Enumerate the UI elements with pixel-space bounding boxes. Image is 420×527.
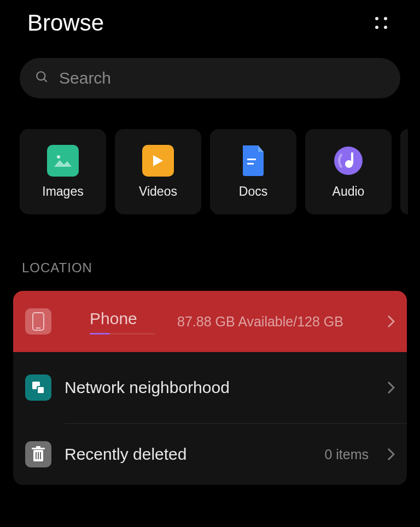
trash-icon [25, 441, 51, 467]
category-videos[interactable]: Videos [115, 129, 201, 214]
location-phone[interactable]: Phone 87.88 GB Available/128 GB [13, 291, 407, 352]
svg-rect-12 [37, 387, 44, 394]
svg-rect-4 [247, 159, 256, 160]
location-detail: 87.88 GB Available/128 GB [177, 314, 343, 330]
category-images[interactable]: Images [20, 129, 106, 214]
more-icon[interactable] [375, 17, 387, 29]
storage-progress [90, 333, 155, 335]
location-recently-deleted[interactable]: Recently deleted 0 items [13, 424, 407, 485]
svg-rect-15 [36, 446, 40, 448]
phone-icon [25, 308, 51, 335]
chevron-right-icon [387, 315, 395, 328]
category-audio[interactable]: Audio [305, 129, 392, 214]
docs-icon [237, 145, 269, 177]
category-row: Images Videos Docs [0, 98, 420, 214]
network-icon [25, 374, 51, 401]
location-network[interactable]: Network neighborhood [13, 352, 407, 423]
page-title: Browse [27, 10, 104, 36]
category-label: Audio [332, 184, 365, 199]
chevron-right-icon [387, 381, 395, 394]
svg-rect-17 [38, 452, 39, 459]
section-location-title: LOCATION [0, 214, 420, 286]
audio-icon [332, 145, 364, 177]
category-peek[interactable] [400, 129, 408, 214]
search-placeholder: Search [59, 69, 111, 87]
svg-rect-5 [247, 163, 254, 165]
location-name: Recently deleted [65, 444, 311, 464]
images-icon [47, 145, 79, 177]
category-label: Videos [139, 184, 177, 199]
location-name: Phone [90, 309, 155, 329]
location-name: Network neighborhood [65, 378, 374, 397]
svg-line-1 [44, 79, 46, 81]
location-list: Phone 87.88 GB Available/128 GB Network … [13, 291, 407, 485]
videos-icon [142, 145, 174, 177]
category-docs[interactable]: Docs [210, 129, 296, 214]
category-label: Docs [239, 184, 267, 199]
svg-rect-18 [40, 452, 41, 459]
location-detail: 0 items [324, 447, 369, 462]
chevron-right-icon [387, 448, 395, 461]
search-input[interactable]: Search [20, 58, 400, 98]
svg-rect-16 [36, 452, 37, 459]
svg-point-3 [57, 155, 60, 159]
search-icon [35, 70, 49, 86]
svg-rect-8 [351, 153, 353, 164]
svg-point-0 [37, 72, 45, 80]
category-label: Images [42, 184, 83, 199]
